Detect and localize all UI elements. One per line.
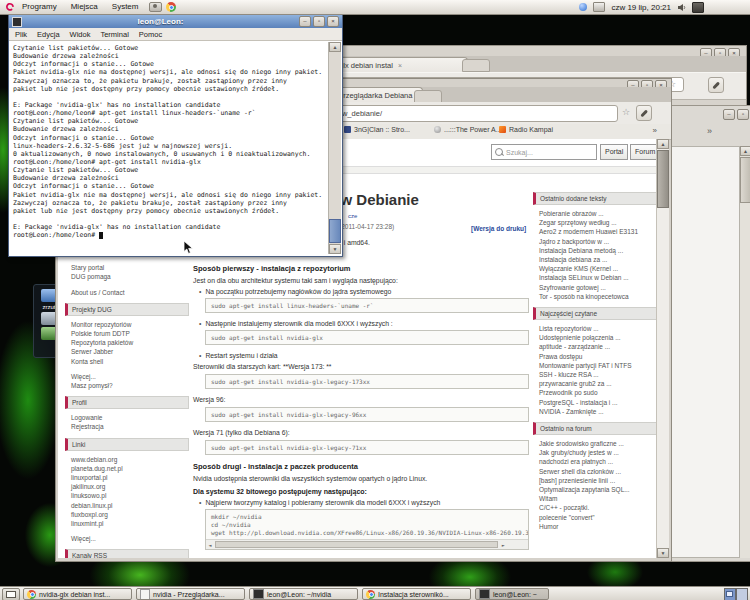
window-list-icon[interactable] xyxy=(2,588,20,600)
minimize-icon[interactable]: – xyxy=(299,16,311,27)
bookmark-item[interactable]: 3nG|Clan :: Stro... xyxy=(344,126,410,133)
sidebar-link[interactable]: Więcej... xyxy=(65,372,189,381)
sidebar-link[interactable]: NVIDIA - Zamknięte ... xyxy=(533,407,659,416)
network-icon[interactable] xyxy=(593,2,605,12)
debian-swirl-icon[interactable] xyxy=(5,2,15,12)
sidebar-link[interactable]: linuksowo.pl xyxy=(65,491,189,500)
menu-widok[interactable]: Widok xyxy=(70,30,91,39)
sidebar-link[interactable]: Jakie środowisko graficzne ... xyxy=(533,439,659,448)
sidebar-link[interactable]: Instalacja debiana za ... xyxy=(533,255,659,264)
bluetooth-dot-icon[interactable] xyxy=(579,3,587,11)
scroll-down-icon[interactable]: ▼ xyxy=(657,548,669,558)
sidebar-link[interactable]: Masz pomysł? xyxy=(65,381,189,390)
sidebar-link[interactable]: linuxmint.pl xyxy=(65,519,189,528)
workspace-switcher[interactable] xyxy=(724,588,748,600)
sidebar-link[interactable]: PostgreSQL - instalacja i ... xyxy=(533,398,659,407)
sidebar-link[interactable]: Serwer shell dla członków ... xyxy=(533,467,659,476)
scrollbar-thumb[interactable] xyxy=(740,157,750,203)
workspace-1[interactable] xyxy=(724,588,736,600)
byline-fragment[interactable]: cze xyxy=(348,213,357,219)
page-scrollbar[interactable]: ▲ ▼ xyxy=(656,139,669,558)
terminal-scrollbar[interactable]: ▲ ▼ xyxy=(328,42,341,254)
sidebar-link[interactable]: nadchodzi era płatnych ... xyxy=(533,457,659,466)
scrollbar-thumb[interactable] xyxy=(657,150,669,208)
taskbar-item-terminal-home[interactable]: leon@Leon: ~ xyxy=(475,588,549,600)
terminal-output[interactable]: Czytanie list pakietów... Gotowe Budowan… xyxy=(11,42,328,254)
keyboard-indicator-icon[interactable] xyxy=(692,2,704,13)
sidebar-link[interactable]: Aero2 z modemem Huawei E3131 xyxy=(533,227,659,236)
sidebar-link[interactable]: Serwer Jabber xyxy=(65,347,189,356)
menu-terminal[interactable]: Terminal xyxy=(100,30,128,39)
sidebar-link[interactable]: linuxportal.pl xyxy=(65,473,189,482)
sidebar-link[interactable]: Monitor repozytoriów xyxy=(65,320,189,329)
sidebar-link[interactable]: Rejestracja xyxy=(65,422,189,431)
taskbar-item-terminal-nvidia[interactable]: leon@Leon: ~/nvidia xyxy=(249,588,358,600)
sidebar-link[interactable]: Instalacja Debiana metodą ... xyxy=(533,246,659,255)
sidebar-link[interactable]: fluxboxpl.org xyxy=(65,510,189,519)
wrench-menu-icon[interactable] xyxy=(636,105,652,121)
sidebar-link[interactable]: Instalacja SELinux w Debian ... xyxy=(533,273,659,282)
sidebar-link[interactable]: About us / Contact xyxy=(65,288,189,297)
sidebar-link[interactable]: Więcej... xyxy=(65,534,189,543)
sidebar-link[interactable]: debian.linux.pl xyxy=(65,501,189,510)
menu-plik[interactable]: Plik xyxy=(15,30,27,39)
sidebar-link[interactable]: Przewodnik po sudo xyxy=(533,388,659,397)
sidebar-link[interactable]: SSH - klucze RSA ... xyxy=(533,370,659,379)
sidebar-link[interactable]: www.debian.org xyxy=(65,455,189,464)
sidebar-link[interactable]: Udostępnienie połączenia ... xyxy=(533,333,659,342)
sidebar-link[interactable]: Polskie forum DDTP xyxy=(65,329,189,338)
sidebar-link[interactable]: Humor xyxy=(533,522,659,531)
scrollbar-thumb[interactable] xyxy=(329,219,341,243)
maximize-icon[interactable]: ▫ xyxy=(737,109,749,120)
sidebar-link[interactable]: aptitude - zarządzanie ... xyxy=(533,342,659,351)
sidebar-link[interactable]: przywracanie grub2 za ... xyxy=(533,379,659,388)
bookmarks-overflow-icon[interactable]: » xyxy=(653,126,657,135)
bookmark-star-icon[interactable]: ☆ xyxy=(622,107,630,117)
taskbar-item-search[interactable]: nvidia-glx debian inst... xyxy=(23,588,132,600)
menu-miejsca[interactable]: Miejsca xyxy=(64,0,105,14)
sidebar-link[interactable]: Szyfrowanie gotowej ... xyxy=(533,283,659,292)
sidebar-link[interactable]: Montowanie partycji FAT i NTFS xyxy=(533,361,659,370)
chrome-launcher-icon[interactable] xyxy=(166,2,176,12)
sidebar-link[interactable]: planeta.dug.net.pl xyxy=(65,464,189,473)
sidebar-link[interactable]: Jądro z backportów w ... xyxy=(533,237,659,246)
scroll-down-icon[interactable]: ▼ xyxy=(329,244,341,254)
tab-close-icon[interactable]: × xyxy=(398,62,402,69)
scroll-up-icon[interactable]: ▲ xyxy=(329,42,341,52)
bookmark-item[interactable]: ...:::The Power A... xyxy=(434,126,502,133)
sidebar-link[interactable]: Wyłączanie KMS (Kernel ... xyxy=(533,264,659,273)
screenshot-camera-icon[interactable] xyxy=(149,2,162,12)
sidebar-link[interactable]: Witam xyxy=(533,494,659,503)
sidebar-link[interactable]: DUG pomaga xyxy=(65,272,189,281)
scroll-up-icon[interactable]: ▲ xyxy=(657,139,669,149)
maximize-icon[interactable]: ▫ xyxy=(313,16,325,27)
taskbar-item-dug-page[interactable]: nvidia - Przeglądarka... xyxy=(136,588,245,600)
scroll-right-icon[interactable]: ► xyxy=(499,541,507,549)
horizontal-scrollbar[interactable]: ◄► xyxy=(206,539,528,549)
clock[interactable]: czw 19 lip, 20:21 xyxy=(611,3,671,12)
scrollbar-thumb[interactable] xyxy=(215,541,498,548)
workspace-2[interactable] xyxy=(736,588,748,600)
menu-edycja[interactable]: Edycja xyxy=(37,30,60,39)
new-tab-button[interactable] xyxy=(462,59,490,72)
sidebar-link[interactable]: Konta shell xyxy=(65,357,189,366)
minimize-icon[interactable]: – xyxy=(723,109,735,120)
taskbar-item-install-article[interactable]: Instalacja sterownikó... xyxy=(362,588,471,600)
bookmark-item[interactable]: Radio Kampai xyxy=(499,126,553,133)
terminal-titlebar[interactable]: leon@Leon: – ▫ × xyxy=(9,15,342,28)
sidebar-link[interactable]: Optymalizacja zapytania SQL... xyxy=(533,485,659,494)
bookmarks-overflow-icon[interactable]: » xyxy=(707,126,712,136)
menu-pomoc[interactable]: Pomoc xyxy=(139,30,162,39)
menu-system[interactable]: System xyxy=(105,0,146,14)
sidebar-link[interactable]: Repozytoria pakietów xyxy=(65,338,189,347)
sidebar-link[interactable]: Tor - sposób na kinopecetowca xyxy=(533,292,659,301)
portal-button[interactable]: Portal xyxy=(600,144,628,160)
sidebar-link[interactable]: C/C++ - początki. xyxy=(533,503,659,512)
sidebar-link[interactable]: Pobieranie obrazów ... xyxy=(533,209,659,218)
scroll-up-icon[interactable]: ▲ xyxy=(740,146,750,156)
sidebar-link[interactable]: Logowanie xyxy=(65,413,189,422)
sidebar-link[interactable]: Prawa dostępu xyxy=(533,352,659,361)
site-search-input[interactable]: Szukaj... xyxy=(491,144,597,160)
scroll-left-icon[interactable]: ◄ xyxy=(206,541,214,549)
sidebar-link[interactable]: jakilinux.org xyxy=(65,482,189,491)
